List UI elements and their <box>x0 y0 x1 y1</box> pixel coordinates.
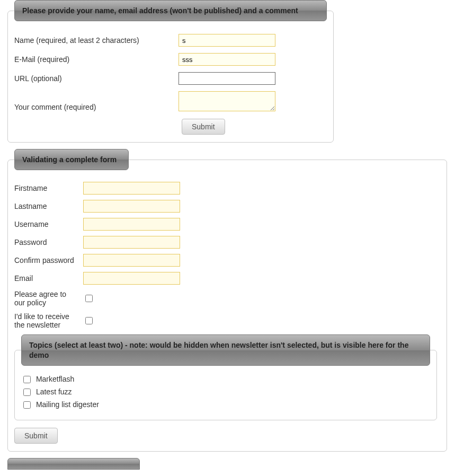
topic-item[interactable]: Marketflash <box>21 374 430 385</box>
url-label: URL (optional) <box>14 74 179 83</box>
comment-form-fieldset: Please provide your name, email address … <box>7 0 334 143</box>
password-input[interactable] <box>83 236 180 249</box>
lastname-label: Lastname <box>14 202 83 210</box>
firstname-input[interactable] <box>83 182 180 195</box>
partial-legend-cutoff <box>7 458 455 470</box>
email2-input[interactable] <box>83 272 180 285</box>
newsletter-checkbox[interactable] <box>85 317 93 324</box>
username-input[interactable] <box>83 218 180 231</box>
submit-button[interactable]: Submit <box>182 119 225 135</box>
topics-fieldset: Topics (select at least two) - note: wou… <box>14 334 437 420</box>
name-label: Name (required, at least 2 characters) <box>14 36 179 45</box>
topic-label: Marketflash <box>36 374 74 383</box>
topic-checkbox-mailing-list[interactable] <box>23 401 31 409</box>
topic-checkbox-latest-fuzz[interactable] <box>23 389 31 396</box>
name-input[interactable] <box>179 34 275 47</box>
agree-label: Please agree to our policy <box>14 290 83 307</box>
newsletter-label: I'd like to receive the newsletter <box>14 312 83 329</box>
topic-item[interactable]: Latest fuzz <box>21 387 430 398</box>
topic-label: Latest fuzz <box>36 387 72 395</box>
confirm-password-input[interactable] <box>83 254 180 267</box>
confirm-password-label: Confirm password <box>14 256 83 265</box>
validate-form-legend: Validating a complete form <box>14 149 129 170</box>
topic-label: Mailing list digester <box>36 400 99 408</box>
topic-checkbox-marketflash[interactable] <box>23 376 31 383</box>
comment-label: Your comment (required) <box>14 103 179 111</box>
comment-form-legend: Please provide your name, email address … <box>14 0 327 21</box>
firstname-label: Firstname <box>14 184 83 192</box>
email-label: E-Mail (required) <box>14 55 179 64</box>
lastname-input[interactable] <box>83 200 180 213</box>
topics-legend: Topics (select at least two) - note: wou… <box>21 334 430 365</box>
password-label: Password <box>14 238 83 246</box>
email-input[interactable] <box>179 53 275 66</box>
agree-checkbox[interactable] <box>85 295 93 302</box>
comment-textarea[interactable] <box>179 91 275 111</box>
username-label: Username <box>14 220 83 228</box>
validate-form-fieldset: Validating a complete form Firstname Las… <box>7 149 447 452</box>
topic-item[interactable]: Mailing list digester <box>21 400 430 410</box>
submit-button-2[interactable]: Submit <box>14 428 58 444</box>
url-input[interactable] <box>179 72 275 85</box>
email2-label: Email <box>14 274 83 283</box>
